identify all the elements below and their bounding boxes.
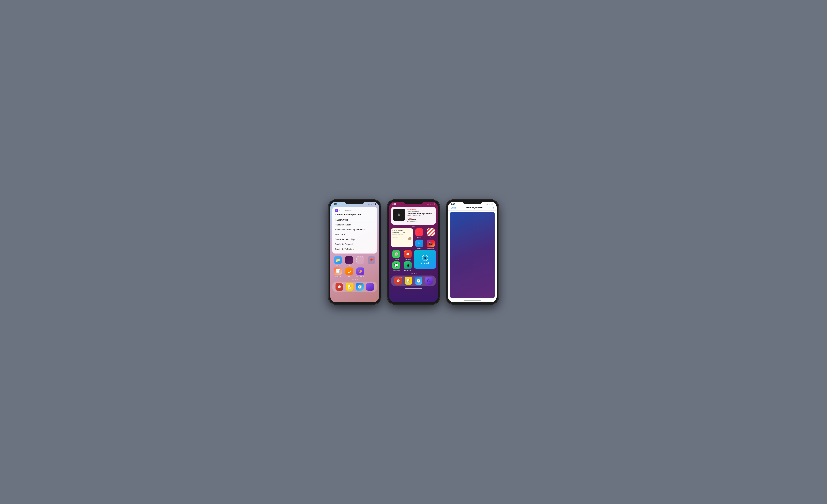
- wallcreator-item-6[interactable]: Gradient - Diagonal: [335, 242, 374, 247]
- notes-widget-title: iOS 14 Review:: [392, 230, 411, 231]
- app-fantastical[interactable]: 31 Fantastical: [403, 250, 413, 260]
- app-files[interactable]: 📁 Files: [333, 256, 343, 266]
- dock-todoist[interactable]: 12: [336, 283, 343, 291]
- fantastical-dot: [404, 250, 405, 252]
- fantastical-label: Fantastical: [404, 258, 411, 260]
- phone1-app-row1: 📁 Files ✦ Slack 📌: [330, 255, 379, 267]
- wifi-icon: ∿: [373, 203, 374, 205]
- wallcreator-item-5[interactable]: Gradient - Left to Right: [335, 237, 374, 242]
- phone1-screen: 2:53 ▲▲▲ ∿ ▮ W WALLCREATOR Choose a Wall…: [330, 202, 379, 302]
- dock-safari[interactable]: 🧭: [356, 283, 363, 291]
- shortcuts-widget[interactable]: ⚙ View Link: [414, 250, 436, 269]
- instagram-label: Instagram: [428, 248, 434, 249]
- soor-up-next-label: UP NEXT: [406, 217, 434, 219]
- p2-dot-1: [410, 273, 411, 274]
- soor-widget[interactable]: # NOW PLAYING Codes and Keys Underneath …: [391, 207, 436, 224]
- phone2-grid1: iOS 14 Review: Federico ← → BK Table of …: [389, 228, 438, 250]
- phone3-nav: Done #234BA8, #602979 ↑: [448, 206, 497, 210]
- fantastical-icon: 31: [404, 250, 411, 258]
- app-pin[interactable]: 📌: [367, 256, 377, 266]
- phone1-app-row2: 📊 Anybuffer Tot 🎨 WallCreator: [330, 267, 379, 278]
- phone-3: 2:54 ▲▲▲ ∿ ▮ Done #234BA8, #602979 ↑: [446, 200, 498, 304]
- phone1-dock: 12 📝 🧭 ⬡: [332, 282, 377, 292]
- app-wallcreator[interactable]: 🎨 WallCreator: [355, 267, 365, 278]
- dock2-safari[interactable]: 🧭: [415, 277, 423, 285]
- p2-dot-3: [414, 273, 415, 274]
- phone-1: 2:53 ▲▲▲ ∿ ▮ W WALLCREATOR Choose a Wall…: [329, 200, 381, 304]
- app-music[interactable]: ♪ Music: [414, 228, 425, 238]
- phone2-dock: 12 📝 🧭 ⬡: [391, 275, 436, 286]
- phone-2: 2:53 ▲▲▲ ∿ ▮ # NOW PLAYING Codes and Key…: [387, 200, 440, 304]
- phone1-status-icons: ▲▲▲ ∿ ▮: [368, 203, 376, 205]
- svg-point-2: [338, 286, 341, 288]
- signal-icon: ▲▲▲: [427, 203, 431, 205]
- soor-artist: Death Cab for Cutie: [406, 215, 434, 216]
- notes-widget-subtitle: Federico ← → BK: [392, 232, 411, 234]
- wifi-icon: ∿: [490, 203, 492, 205]
- files-label: Files: [336, 264, 340, 266]
- app-tot[interactable]: Tot: [344, 267, 354, 278]
- wallcreator-header: W WALLCREATOR: [335, 209, 374, 212]
- soor-label: Soor: [429, 237, 432, 238]
- files-icon: 📁: [334, 256, 342, 264]
- todoist-dock2-icon: 12: [394, 277, 402, 285]
- anybuffer-icon: 📊: [334, 267, 342, 275]
- slack-icon: ✦: [345, 256, 353, 264]
- phone2-screen: 2:53 ▲▲▲ ∿ ▮ # NOW PLAYING Codes and Key…: [389, 202, 438, 302]
- safari-dock2-icon: 🧭: [415, 277, 423, 285]
- wallcreator-title: Choose a Wallpaper Type: [335, 213, 374, 216]
- dot-1: [352, 280, 353, 280]
- wallcreator-app-icon: 🎨: [356, 267, 364, 275]
- phone1-notch: [345, 200, 365, 204]
- whatsapp-icon: 📱: [404, 261, 411, 269]
- app-whatsapp[interactable]: 📱 WhatsApp: [403, 261, 413, 271]
- app-photos[interactable]: 🌸 Photos: [391, 250, 401, 260]
- dock2-shortcuts[interactable]: ⬡: [425, 277, 433, 285]
- shortcuts-placeholder-icon: [356, 256, 364, 264]
- tot-label: Tot: [348, 276, 350, 278]
- wallcreator-item-1[interactable]: Random Color: [335, 217, 374, 222]
- phone2-page-dots: [389, 272, 438, 275]
- phone3-color-title: #234BA8, #602979: [466, 206, 483, 209]
- wallcreator-item-4[interactable]: Solid Color: [335, 232, 374, 237]
- anybuffer-label: Anybuffer: [335, 276, 341, 278]
- done-button[interactable]: Done: [451, 206, 456, 209]
- tot-icon: [345, 267, 353, 275]
- app-anybuffer[interactable]: 📊 Anybuffer: [333, 267, 343, 278]
- dock-shortcuts[interactable]: ⬡: [366, 283, 374, 291]
- soor-main-track: Underneath the Sycamore: [406, 212, 434, 215]
- dock2-notes[interactable]: 📝: [404, 277, 412, 285]
- dock2-todoist[interactable]: 12: [394, 277, 402, 285]
- share-button[interactable]: ↑: [493, 206, 494, 209]
- twitter-icon: 🐦: [416, 240, 423, 247]
- app-soor[interactable]: Soor: [426, 228, 436, 238]
- music-icon: ♪: [416, 228, 423, 236]
- notes-dock2-icon: 📝: [404, 277, 412, 285]
- phone3-screen: 2:54 ▲▲▲ ∿ ▮ Done #234BA8, #602979 ↑: [448, 202, 497, 302]
- wallcreator-item-7[interactable]: Gradient - To Bottom: [335, 247, 374, 251]
- dot-2: [353, 280, 354, 280]
- app-twitter[interactable]: 🐦 Twitter: [414, 240, 425, 249]
- notes-widget[interactable]: iOS 14 Review: Federico ← → BK Table of …: [391, 228, 413, 247]
- app-shortcuts-outline[interactable]: [355, 256, 365, 266]
- app-instagram[interactable]: 📷 Instagram: [426, 240, 436, 249]
- instagram-icon: 📷: [427, 240, 435, 247]
- todoist-dock-icon: 12: [336, 283, 343, 291]
- photos-label: Photos: [394, 258, 398, 260]
- wallcreator-item-2[interactable]: Random Gradient: [335, 222, 374, 227]
- phone2-status-icons: ▲▲▲ ∿ ▮: [427, 203, 435, 205]
- phone2-grid2: 🌸 Photos 31 Fantastical ⚙ View Link 💬 Me…: [389, 250, 438, 272]
- phone3-gradient-preview: [450, 212, 495, 298]
- dock-notes[interactable]: 📝: [346, 283, 353, 291]
- notes-avatar: [408, 237, 411, 240]
- app-messages[interactable]: 💬 Messages: [391, 261, 401, 271]
- shortcuts-widget-icon: ⚙: [422, 255, 428, 261]
- todoist-badge: 12: [341, 283, 343, 284]
- phone3-home-indicator: [464, 300, 481, 301]
- phone3-time: 2:54: [451, 203, 455, 205]
- soor-album-art: #: [393, 209, 405, 221]
- wallcreator-item-3[interactable]: Random Gradient (Top to Bottom): [335, 227, 374, 232]
- shortcuts-dock2-icon: ⬡: [425, 277, 433, 285]
- whatsapp-label: WhatsApp: [404, 270, 411, 271]
- app-slack[interactable]: ✦ Slack: [344, 256, 354, 266]
